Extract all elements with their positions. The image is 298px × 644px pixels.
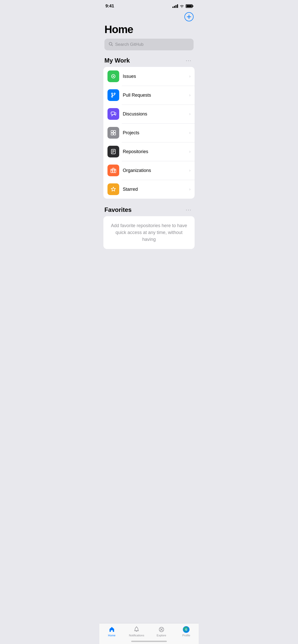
- starred-chevron: ›: [189, 187, 191, 192]
- issues-chevron: ›: [189, 74, 191, 79]
- status-time: 9:41: [105, 4, 114, 9]
- favorites-card: Add favorite repositories here to have q…: [103, 216, 195, 249]
- search-icon: [109, 42, 113, 47]
- favorites-title: Favorites: [104, 206, 132, 213]
- my-work-header: My Work ···: [99, 56, 199, 67]
- favorites-empty-text: Add favorite repositories here to have q…: [109, 222, 189, 243]
- pull-requests-label: Pull Requests: [123, 93, 189, 98]
- my-work-more-button[interactable]: ···: [184, 56, 194, 64]
- projects-icon: [107, 127, 119, 139]
- favorites-more-button[interactable]: ···: [184, 206, 194, 214]
- signal-icon: [172, 4, 178, 8]
- list-item-projects[interactable]: Projects ›: [103, 123, 195, 142]
- svg-point-2: [113, 76, 114, 77]
- wifi-icon: [180, 4, 184, 8]
- svg-rect-12: [111, 169, 112, 173]
- my-work-title: My Work: [104, 57, 130, 64]
- svg-rect-9: [111, 133, 113, 135]
- discussions-label: Discussions: [123, 111, 189, 117]
- status-icons: [172, 4, 193, 8]
- pull-requests-icon: [107, 89, 119, 101]
- battery-icon: [186, 4, 193, 8]
- organizations-label: Organizations: [123, 168, 189, 173]
- issues-label: Issues: [123, 74, 189, 79]
- list-item-issues[interactable]: Issues ›: [103, 67, 195, 86]
- list-item-repositories[interactable]: Repositories ›: [103, 142, 195, 161]
- projects-chevron: ›: [189, 130, 191, 135]
- page-title: Home: [99, 22, 199, 39]
- repositories-label: Repositories: [123, 149, 189, 154]
- my-work-section: My Work ··· Issues ›: [99, 56, 199, 199]
- starred-icon: [107, 183, 119, 195]
- issues-icon: [107, 70, 119, 82]
- projects-label: Projects: [123, 130, 189, 136]
- starred-label: Starred: [123, 187, 189, 192]
- pull-requests-chevron: ›: [189, 93, 191, 97]
- svg-rect-7: [111, 130, 113, 133]
- organizations-icon: [107, 165, 119, 176]
- repositories-chevron: ›: [189, 149, 191, 154]
- status-bar: 9:41: [99, 0, 199, 10]
- favorites-section: Favorites ··· Add favorite repositories …: [99, 206, 199, 249]
- search-bar[interactable]: Search GitHub: [104, 39, 194, 50]
- top-actions: [99, 10, 199, 22]
- favorites-header: Favorites ···: [99, 206, 199, 216]
- list-item-starred[interactable]: Starred ›: [103, 180, 195, 199]
- list-item-organizations[interactable]: Organizations ›: [103, 161, 195, 180]
- list-item-pull-requests[interactable]: Pull Requests ›: [103, 86, 195, 105]
- organizations-chevron: ›: [189, 168, 191, 173]
- svg-rect-8: [114, 130, 116, 133]
- repositories-icon: [107, 146, 119, 157]
- discussions-icon: [107, 108, 119, 120]
- list-item-discussions[interactable]: Discussions ›: [103, 105, 195, 123]
- discussions-chevron: ›: [189, 112, 191, 116]
- svg-rect-13: [113, 168, 114, 173]
- search-placeholder: Search GitHub: [115, 42, 144, 47]
- svg-rect-10: [114, 133, 116, 135]
- my-work-list: Issues › Pull Requests ›: [103, 67, 195, 199]
- add-button[interactable]: [184, 12, 194, 21]
- svg-rect-14: [114, 169, 116, 173]
